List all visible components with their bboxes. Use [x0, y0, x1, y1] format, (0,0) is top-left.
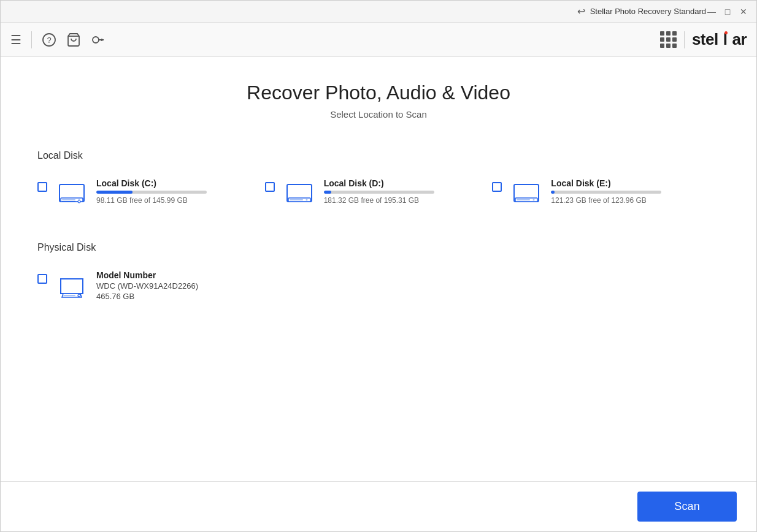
disk-c-checkbox[interactable] — [37, 182, 47, 192]
svg-rect-13 — [290, 199, 303, 200]
disk-c-size: 98.11 GB free of 145.99 GB — [96, 196, 255, 205]
page-subtitle: Select Location to Scan — [37, 109, 720, 120]
disk-c-bar — [96, 191, 207, 194]
main-content: Recover Photo, Audio & Video Select Loca… — [1, 57, 756, 481]
physical-disk-model-id: WDC (WD-WX91A24D2266) — [96, 281, 198, 291]
svg-rect-17 — [517, 199, 530, 200]
local-disk-grid: Local Disk (C:) 98.11 GB free of 145.99 … — [37, 173, 720, 218]
physical-disk-label: Physical Disk — [37, 242, 720, 253]
bottom-bar: Scan — [1, 481, 756, 531]
toolbar-right: stellar — [660, 30, 747, 49]
svg-point-3 — [93, 37, 99, 43]
title-bar-title: Stellar Photo Recovery Standard — [590, 7, 706, 16]
disk-e-info: Local Disk (E:) 121.23 GB free of 123.96… — [551, 178, 710, 205]
key-icon[interactable] — [91, 32, 106, 47]
disk-d-size: 181.32 GB free of 195.31 GB — [324, 196, 483, 205]
physical-disk-icon — [56, 270, 88, 305]
svg-rect-9 — [62, 199, 75, 200]
local-disk-label: Local Disk — [37, 150, 720, 161]
disk-c-name: Local Disk (C:) — [96, 178, 255, 188]
physical-disk-info: Model Number WDC (WD-WX91A24D2266) 465.7… — [96, 270, 198, 301]
disk-d-info: Local Disk (D:) 181.32 GB free of 195.31… — [324, 178, 483, 205]
disk-d-checkbox[interactable] — [265, 182, 275, 192]
svg-rect-20 — [63, 295, 75, 296]
physical-disk-checkbox[interactable] — [37, 274, 47, 284]
toolbar-separator — [31, 31, 32, 48]
disk-e-size: 121.23 GB free of 123.96 GB — [551, 196, 710, 205]
stellar-logo: stellar — [692, 30, 747, 49]
toolbar-separator-right — [684, 31, 685, 48]
page-title: Recover Photo, Audio & Video — [37, 82, 720, 104]
svg-point-8 — [78, 200, 80, 203]
physical-disk-item[interactable]: Model Number WDC (WD-WX91A24D2266) 465.7… — [37, 265, 720, 310]
physical-disk-model-label: Model Number — [96, 270, 198, 280]
minimize-button[interactable]: — — [706, 6, 717, 17]
menu-icon[interactable]: ☰ — [10, 32, 21, 47]
svg-point-19 — [78, 294, 80, 297]
title-bar-controls: — □ ✕ — [706, 6, 749, 17]
disk-e-checkbox[interactable] — [492, 182, 502, 192]
disk-d-icon — [283, 178, 315, 213]
disk-c-icon — [56, 178, 88, 213]
back-icon[interactable]: ↩ — [577, 6, 585, 17]
maximize-button[interactable]: □ — [722, 6, 733, 17]
disk-d-fill — [324, 191, 332, 194]
svg-point-18 — [533, 199, 535, 201]
svg-point-14 — [305, 199, 307, 201]
page-heading: Recover Photo, Audio & Video — [37, 82, 720, 104]
disk-c-item[interactable]: Local Disk (C:) 98.11 GB free of 145.99 … — [37, 173, 265, 218]
svg-point-10 — [79, 199, 80, 201]
disk-e-item[interactable]: Local Disk (E:) 121.23 GB free of 123.96… — [492, 173, 720, 218]
disk-e-bar — [551, 191, 661, 194]
toolbar: ☰ ? stellar — [1, 23, 756, 57]
disk-e-fill — [551, 191, 554, 194]
disk-e-icon — [510, 178, 542, 213]
physical-disk-size: 465.76 GB — [96, 292, 198, 301]
apps-grid-icon[interactable] — [660, 31, 677, 48]
disk-d-item[interactable]: Local Disk (D:) 181.32 GB free of 195.31… — [265, 173, 493, 218]
svg-text:?: ? — [47, 36, 51, 45]
scan-button[interactable]: Scan — [637, 492, 737, 522]
title-bar: ↩ Stellar Photo Recovery Standard — □ ✕ — [1, 1, 756, 23]
disk-e-name: Local Disk (E:) — [551, 178, 710, 188]
disk-d-bar — [324, 191, 434, 194]
cart-icon[interactable] — [66, 32, 81, 47]
toolbar-left: ☰ ? — [10, 31, 106, 48]
disk-c-fill — [96, 191, 133, 194]
disk-c-info: Local Disk (C:) 98.11 GB free of 145.99 … — [96, 178, 255, 205]
title-bar-center: ↩ Stellar Photo Recovery Standard — [577, 6, 706, 17]
close-button[interactable]: ✕ — [738, 6, 749, 17]
disk-d-name: Local Disk (D:) — [324, 178, 483, 188]
help-icon[interactable]: ? — [42, 32, 56, 47]
